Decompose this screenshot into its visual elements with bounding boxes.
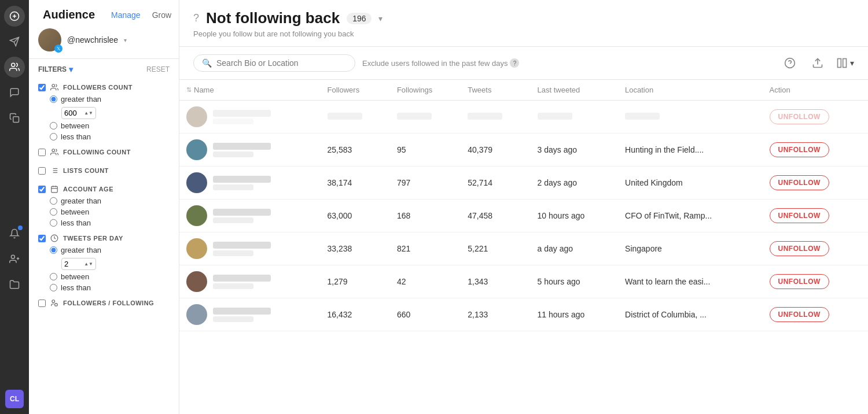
- unfollow-button[interactable]: UNFOLLOW: [770, 274, 829, 289]
- page-help-icon[interactable]: ?: [193, 12, 199, 24]
- followings-cell: 821: [390, 232, 461, 265]
- followers-value-input[interactable]: 600 ▲▼: [61, 107, 96, 119]
- followers-count-checkbox[interactable]: [38, 84, 46, 91]
- nav-home-icon[interactable]: [4, 6, 25, 27]
- account-age-greater-option[interactable]: greater than: [50, 197, 170, 205]
- user-name-cell: [179, 199, 321, 232]
- nav-bell-icon[interactable]: [4, 223, 25, 244]
- help-button[interactable]: [781, 54, 799, 72]
- lists-count-checkbox[interactable]: [38, 167, 46, 175]
- tweets-greater-radio[interactable]: [50, 246, 57, 254]
- tweets-between-radio[interactable]: [50, 273, 57, 280]
- tweets-between-option[interactable]: between: [50, 272, 170, 281]
- nav-folder-icon[interactable]: [4, 274, 25, 295]
- followers-following-icon: [50, 299, 58, 307]
- users-table: ⇅ Name Followers Followings Tweets Last …: [179, 80, 868, 331]
- location-cell: Hunting in the Field....: [618, 134, 762, 167]
- followers-count-label: FOLLOWERS COUNT: [63, 84, 133, 91]
- sidebar: Audience Manage Grow 𝕏 @newchrislee ▾ FI…: [29, 0, 179, 414]
- user-handle: [213, 184, 253, 190]
- last-tweeted-cell: [531, 101, 618, 134]
- svg-rect-6: [13, 117, 19, 123]
- user-name-cell: [179, 298, 321, 331]
- username: @newchrislee: [67, 35, 118, 45]
- user-avatar: [186, 271, 207, 292]
- followers-count-icon: [50, 83, 58, 91]
- account-age-between-radio[interactable]: [50, 208, 57, 216]
- location-cell: [618, 101, 762, 134]
- exclude-help-icon[interactable]: ?: [510, 58, 519, 68]
- tweets-less-radio[interactable]: [50, 284, 57, 291]
- tweets-greater-option[interactable]: greater than: [50, 246, 170, 254]
- svg-rect-28: [838, 59, 841, 68]
- unfollow-button[interactable]: UNFOLLOW: [770, 142, 829, 157]
- nav-manage-link[interactable]: Manage: [111, 10, 141, 20]
- tweets-cell: 47,458: [461, 199, 530, 232]
- tweets-cell: [461, 101, 530, 134]
- location-cell: Want to learn the easi...: [618, 265, 762, 298]
- col-tweets: Tweets: [461, 80, 530, 101]
- followers-greater-than-option[interactable]: greater than: [50, 95, 170, 104]
- tweets-cell: 40,379: [461, 134, 530, 167]
- account-age-less-radio[interactable]: [50, 219, 57, 227]
- account-age-between-option[interactable]: between: [50, 208, 170, 216]
- nav-send-icon[interactable]: [4, 31, 25, 52]
- col-action: Action: [763, 80, 868, 101]
- nav-add-user-icon[interactable]: [4, 249, 25, 269]
- followers-following-checkbox[interactable]: [38, 300, 46, 307]
- search-input[interactable]: [216, 58, 347, 68]
- unfollow-button[interactable]: UNFOLLOW: [770, 175, 829, 190]
- location-cell: District of Columbia, ...: [618, 298, 762, 331]
- following-count-checkbox[interactable]: [38, 149, 46, 156]
- svg-point-23: [52, 300, 55, 303]
- followers-greater-radio[interactable]: [50, 95, 57, 103]
- followings-cell: 797: [390, 167, 461, 199]
- location-cell: Singapore: [618, 232, 762, 265]
- nav-users-icon[interactable]: [4, 57, 25, 77]
- svg-point-24: [55, 304, 58, 306]
- user-display-name: [213, 242, 271, 249]
- table-row: 33,2388215,221a day agoSingaporeUNFOLLOW: [179, 232, 868, 265]
- filter-group-followers-following: FOLLOWERS / FOLLOWING: [29, 295, 179, 314]
- tweets-value-input[interactable]: 2 ▲▼: [61, 258, 96, 270]
- user-dropdown-arrow[interactable]: ▾: [124, 37, 127, 43]
- nav-user-initials[interactable]: CL: [5, 390, 24, 408]
- user-profile: 𝕏 @newchrislee ▾: [29, 21, 179, 59]
- columns-button[interactable]: ▾: [836, 57, 854, 69]
- search-box: 🔍: [193, 54, 355, 72]
- followings-cell: 95: [390, 134, 461, 167]
- name-sort-icon[interactable]: ⇅: [186, 86, 192, 94]
- account-age-checkbox[interactable]: [38, 186, 46, 193]
- followers-between-option[interactable]: between: [50, 121, 170, 130]
- table-row: 63,00016847,45810 hours agoCFO of FinTwi…: [179, 199, 868, 232]
- nav-chat-icon[interactable]: [4, 82, 25, 103]
- tweets-per-day-checkbox[interactable]: [38, 235, 46, 242]
- nav-copy-icon[interactable]: [4, 108, 25, 128]
- followers-between-radio[interactable]: [50, 122, 57, 130]
- svg-point-7: [11, 255, 14, 258]
- unfollow-button[interactable]: UNFOLLOW: [770, 208, 829, 223]
- title-dropdown-icon[interactable]: ▾: [378, 14, 382, 23]
- unfollow-button[interactable]: UNFOLLOW: [770, 307, 829, 322]
- nav-grow-link[interactable]: Grow: [152, 10, 171, 20]
- tweets-less-option[interactable]: less than: [50, 283, 170, 292]
- svg-point-11: [52, 149, 55, 152]
- table-header-row: ⇅ Name Followers Followings Tweets Last …: [179, 80, 868, 101]
- export-button[interactable]: [808, 54, 827, 72]
- unfollow-button[interactable]: UNFOLLOW: [770, 109, 829, 124]
- followers-less-radio[interactable]: [50, 133, 57, 141]
- svg-point-5: [12, 63, 15, 66]
- reset-button[interactable]: RESET: [146, 65, 170, 73]
- filter-dropdown-icon[interactable]: ▾: [69, 65, 73, 74]
- user-display-name: [213, 209, 271, 216]
- user-avatar: [186, 172, 207, 193]
- page-subtitle: People you follow but are not following …: [193, 29, 854, 46]
- filters-header: FILTERS ▾ RESET: [29, 59, 179, 80]
- user-display-name: [213, 308, 271, 315]
- followers-cell: 25,583: [321, 134, 390, 167]
- account-age-less-option[interactable]: less than: [50, 219, 170, 227]
- unfollow-button[interactable]: UNFOLLOW: [770, 241, 829, 256]
- account-age-greater-radio[interactable]: [50, 197, 57, 205]
- following-count-icon: [50, 148, 58, 156]
- followers-less-than-option[interactable]: less than: [50, 132, 170, 141]
